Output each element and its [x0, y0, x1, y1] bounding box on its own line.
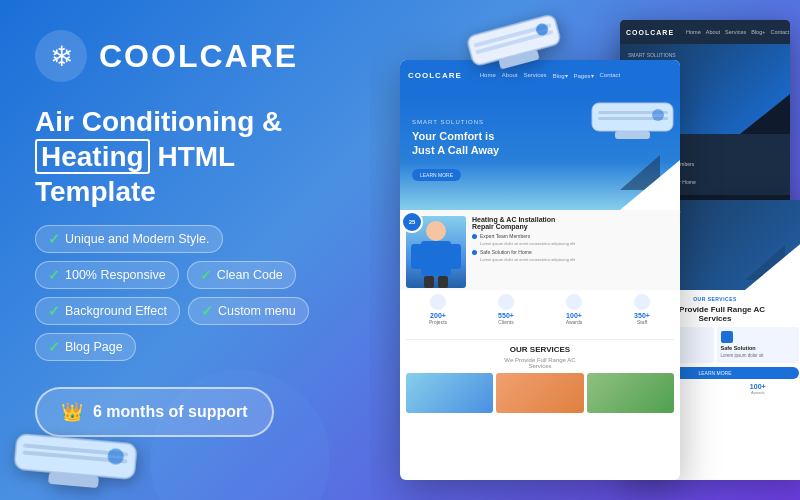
badge-background-effect: ✓ Background Effect	[35, 297, 180, 325]
preview-stat-label-1: Clients	[498, 319, 513, 325]
preview-ac-decoration	[590, 98, 675, 152]
preview-years-badge: 25	[401, 211, 423, 233]
badge-clean-code: ✓ Clean Code	[187, 261, 296, 289]
preview-stat-num-2: 100+	[566, 312, 582, 319]
badge-clean-code-label: Clean Code	[217, 268, 283, 282]
preview-stat-icon-0	[430, 294, 446, 310]
preview-stat-icon-2	[566, 294, 582, 310]
nav-link-services: Services	[725, 29, 746, 35]
badge-unique: ✓ Unique and Modern Style.	[35, 225, 223, 253]
badge-responsive-label: 100% Responsive	[65, 268, 166, 282]
preview-stat-icon-1	[498, 294, 514, 310]
badges-row: ✓ Unique and Modern Style. ✓ 100% Respon…	[35, 225, 355, 361]
preview-tech-content: Heating & AC InstallationRepair Company …	[472, 216, 674, 284]
preview-stat-0: 200+ Projects	[406, 294, 470, 325]
badge-responsive: ✓ 100% Responsive	[35, 261, 179, 289]
preview-stat-num-1: 550+	[498, 312, 514, 319]
preview-services-section: OUR SERVICES We Provide Full Range ACSer…	[400, 335, 680, 417]
preview-stat-label-2: Awards	[566, 319, 583, 325]
preview-triangle	[620, 160, 680, 210]
preview-stat-3: 350+ Staff	[610, 294, 674, 325]
preview-expert-desc: Lorem ipsum dolor sit amet consectetur a…	[472, 241, 674, 246]
preview-hero-button: LEARN MORE	[412, 169, 461, 181]
badge-custom-menu: ✓ Custom menu	[188, 297, 309, 325]
preview-stat-1: 550+ Clients	[474, 294, 538, 325]
preview-tech-image-wrapper: 25	[406, 216, 466, 288]
preview-grid-item-1	[406, 373, 493, 413]
preview-dark-subtitle: SMART SOLUTIONS	[628, 52, 782, 58]
preview-expert-dot	[472, 234, 477, 239]
preview-ac-svg	[590, 98, 675, 148]
preview-tech-section: 25 Heating & AC InstallationRepair Compa…	[400, 210, 680, 290]
check-icon: ✓	[48, 339, 60, 355]
brand-name: COOLCARE	[99, 38, 298, 75]
preview-dark-nav-links: Home About Services Blog+ Contact	[686, 29, 789, 35]
preview-safe-label: Safe Solution for Home	[480, 249, 532, 255]
preview-services-grid	[406, 373, 674, 413]
preview-right-stat-label-1: Awards	[751, 390, 764, 395]
preview-stat-label-0: Projects	[429, 319, 447, 325]
nav-link-blog: Blog+	[751, 29, 765, 35]
support-button[interactable]: 👑 6 months of support	[35, 387, 274, 437]
snowflake-icon: ❄	[35, 30, 87, 82]
check-icon: ✓	[201, 303, 213, 319]
preview-grid-item-3	[587, 373, 674, 413]
right-panel: COOLCARE Home About Services Blog+ Conta…	[370, 0, 800, 500]
preview-dark-triangle	[740, 94, 790, 134]
preview-right-card-text-2: Lorem ipsum dolor sit	[721, 353, 764, 359]
crown-icon: 👑	[61, 401, 83, 423]
svg-rect-20	[438, 276, 448, 288]
nav-services: Services	[523, 72, 546, 79]
preview-stat-icon-3	[634, 294, 650, 310]
preview-dark-nav: COOLCARE Home About Services Blog+ Conta…	[620, 20, 790, 44]
preview-services-label: OUR SERVICES	[406, 339, 674, 357]
preview-tech-title: Heating & AC InstallationRepair Company	[472, 216, 674, 230]
preview-services-title: We Provide Full Range ACServices	[406, 357, 674, 369]
svg-rect-16	[421, 241, 451, 276]
preview-main: COOLCARE Home About Services Blog▾ Pages…	[400, 60, 680, 480]
preview-stats: 200+ Projects 550+ Clients 100+ Awards 3…	[400, 290, 680, 329]
headline-line1: Air Conditioning &	[35, 106, 282, 137]
left-panel: ❄ COOLCARE Air Conditioning & Heating HT…	[0, 0, 390, 500]
svg-point-15	[426, 221, 446, 241]
svg-rect-17	[411, 244, 423, 269]
ac-svg-bottom	[8, 425, 143, 496]
nav-contact: Contact	[600, 72, 621, 79]
preview-tech-item-2: Safe Solution for Home	[472, 249, 674, 255]
preview-right-stat-num-1: 100+	[750, 383, 766, 390]
nav-link-contact: Contact	[770, 29, 789, 35]
nav-link-home: Home	[686, 29, 701, 35]
svg-rect-19	[424, 276, 434, 288]
preview-hero-text: SMART SOLUTIONS Your Comfort isJust A Ca…	[412, 119, 499, 182]
badge-custom-menu-label: Custom menu	[218, 304, 296, 318]
preview-tech-item-1: Expert Team Members	[472, 233, 674, 239]
nav-link-about: About	[706, 29, 720, 35]
badge-background-label: Background Effect	[65, 304, 167, 318]
badge-blog-page: ✓ Blog Page	[35, 333, 136, 361]
logo-row: ❄ COOLCARE	[35, 30, 355, 82]
preview-hero: SMART SOLUTIONS Your Comfort isJust A Ca…	[400, 90, 680, 210]
preview-right-card-title-2: Safe Solution	[721, 345, 756, 351]
preview-right-card-2: Safe Solution Lorem ipsum dolor sit	[717, 327, 800, 363]
svg-point-13	[652, 109, 664, 121]
ac-unit-bottom	[7, 425, 142, 500]
preview-right-stat-1: 100+ Awards	[717, 383, 800, 395]
preview-expert-label: Expert Team Members	[480, 233, 530, 239]
preview-stat-num-0: 200+	[430, 312, 446, 319]
badge-blog-page-label: Blog Page	[65, 340, 123, 354]
preview-right-card-icon-2	[721, 331, 733, 343]
preview-hero-title: Your Comfort isJust A Call Away	[412, 129, 499, 158]
preview-nav-logo: COOLCARE	[408, 71, 462, 80]
support-label: 6 months of support	[93, 403, 248, 421]
badge-unique-label: Unique and Modern Style.	[65, 232, 210, 246]
preview-hero-subtitle: SMART SOLUTIONS	[412, 119, 499, 125]
preview-grid-item-2	[496, 373, 583, 413]
headline: Air Conditioning & Heating HTML Template	[35, 104, 355, 209]
preview-stat-label-3: Staff	[637, 319, 647, 325]
headline-highlight: Heating	[35, 139, 150, 174]
preview-stat-num-3: 350+	[634, 312, 650, 319]
check-icon: ✓	[48, 267, 60, 283]
svg-rect-18	[449, 244, 461, 269]
check-icon: ✓	[200, 267, 212, 283]
preview-dark-logo: COOLCARE	[626, 29, 674, 36]
